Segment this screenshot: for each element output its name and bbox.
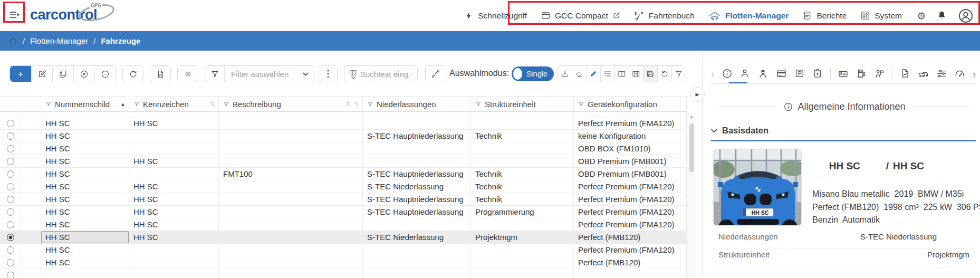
table-row[interactable]: HH SC Perfect (FMB120): [0, 256, 687, 269]
row-radio[interactable]: [0, 218, 21, 231]
breadcrumb-flotten-manager[interactable]: Flotten-Manager: [30, 36, 88, 45]
table-row-selected[interactable]: HH SC HH SC S-TEC Niederlassung Projektm…: [0, 231, 687, 244]
funnel-icon[interactable]: [133, 101, 140, 107]
search-icon[interactable]: [411, 70, 412, 78]
column-header-kennzeichen[interactable]: Kennzeichen ⇅: [129, 97, 219, 111]
tab-payment-card[interactable]: [776, 67, 787, 80]
column-filter-button[interactable]: [671, 66, 686, 82]
cancel-button[interactable]: [73, 66, 94, 82]
row-radio-selected[interactable]: [0, 231, 21, 243]
table-row[interactable]: HH SC S-TEC Hauptniederlassung Technik k…: [0, 130, 687, 142]
table-row[interactable]: HH SC OBD BOX (FM1010): [0, 142, 687, 155]
column-header-struktureinheit[interactable]: Struktureinheit: [471, 97, 574, 111]
tab-parking[interactable]: [794, 67, 805, 80]
cell-nummernschild[interactable]: HH SC: [41, 218, 129, 231]
route-button[interactable]: [426, 66, 446, 82]
tab-info[interactable]: [721, 67, 732, 80]
cell-nummernschild[interactable]: HH SC: [41, 244, 129, 256]
tab-report[interactable]: [899, 67, 910, 80]
column-header-niederlassungen[interactable]: Niederlassungen: [363, 97, 471, 111]
vehicle-photo[interactable]: HH SC: [713, 149, 802, 226]
cell-nummernschild[interactable]: HH SC: [41, 193, 129, 205]
user-avatar-icon[interactable]: [958, 8, 974, 24]
column-header-beschreibung[interactable]: Beschreibung ⇅ ✎: [219, 97, 363, 111]
selection-mode-toggle[interactable]: Single: [512, 66, 554, 81]
filter-button[interactable]: [205, 66, 224, 82]
cell-nummernschild[interactable]: HH SC: [41, 180, 129, 193]
home-icon[interactable]: [8, 36, 17, 45]
row-radio[interactable]: [0, 142, 21, 155]
cell-nummernschild[interactable]: HH SC: [41, 155, 129, 167]
column-header-nummernschild[interactable]: Nummernschild ▲: [41, 97, 129, 111]
cell-nummernschild[interactable]: HH SC: [41, 256, 129, 269]
tab-vehicles[interactable]: [918, 67, 929, 80]
tabs-scroll-left-icon[interactable]: ‹: [711, 69, 714, 79]
table-row[interactable]: HH SC HH SC S-TEC Hauptniederlassung Pro…: [0, 206, 687, 218]
tab-driver[interactable]: [757, 67, 768, 80]
two-columns-button[interactable]: [614, 66, 629, 82]
row-radio[interactable]: [0, 193, 21, 205]
row-radio[interactable]: [0, 180, 21, 193]
funnel-icon[interactable]: [45, 101, 52, 107]
save-button[interactable]: [643, 66, 657, 82]
tab-settings[interactable]: [936, 67, 947, 80]
deactivate-button[interactable]: [94, 66, 116, 82]
row-radio[interactable]: [0, 130, 21, 142]
cell-nummernschild[interactable]: HH SC: [41, 117, 129, 129]
edit-column-icon[interactable]: ✎: [354, 100, 359, 108]
tab-assignment[interactable]: [874, 67, 885, 80]
scroll-up-arrow[interactable]: ▴: [687, 112, 696, 121]
tab-fuel[interactable]: [856, 67, 867, 80]
funnel-icon[interactable]: [578, 101, 584, 107]
nav-berichte[interactable]: Berichte: [802, 11, 847, 21]
tabs-scroll-right-icon[interactable]: ›: [973, 69, 976, 79]
cell-nummernschild[interactable]: HH SC: [41, 130, 129, 142]
document-button[interactable]: [150, 66, 170, 82]
copy-button[interactable]: [52, 66, 73, 82]
tab-costs[interactable]: $: [838, 67, 849, 80]
undo-button[interactable]: [657, 66, 671, 82]
vertical-scrollbar[interactable]: ▴: [687, 112, 696, 278]
table-row[interactable]: HH SC Perfect Premium (FMA120): [0, 244, 687, 256]
row-radio[interactable]: [0, 168, 21, 180]
list-view-button[interactable]: [600, 66, 614, 82]
table-row[interactable]: HH SC HH SC Perfect Premium (FMA120): [0, 117, 687, 130]
search-column-selector[interactable]: [350, 69, 357, 79]
grid-settings-button[interactable]: [178, 66, 198, 82]
row-radio[interactable]: [0, 244, 21, 256]
tab-telemetry[interactable]: [954, 67, 965, 80]
cell-nummernschild[interactable]: HH SC: [41, 206, 129, 218]
sort-asc-icon[interactable]: ▲: [120, 101, 126, 107]
nav-flotten-manager[interactable]: Flotten-Manager: [708, 11, 789, 21]
funnel-icon[interactable]: [367, 101, 373, 107]
column-header-t[interactable]: T: [680, 97, 687, 111]
sort-icon[interactable]: ⇅: [345, 100, 351, 108]
nav-gcc-compact[interactable]: GCC Compact: [541, 11, 620, 21]
bell-icon[interactable]: [936, 10, 947, 21]
table-row-partial[interactable]: [0, 112, 687, 117]
basisdaten-section-header[interactable]: Basisdaten: [711, 126, 768, 136]
row-radio[interactable]: [0, 256, 21, 269]
row-radio[interactable]: [0, 155, 21, 167]
refresh-button[interactable]: [123, 66, 143, 82]
filter-select[interactable]: Filter auswählen: [224, 66, 314, 82]
menu-toggle-button[interactable]: [7, 7, 23, 23]
table-row[interactable]: HH SC HH SC S-TEC Niederlassung Technik …: [0, 180, 687, 193]
row-radio[interactable]: [0, 206, 21, 218]
search-input[interactable]: [360, 70, 411, 79]
add-button[interactable]: +: [10, 66, 31, 82]
nav-system[interactable]: System: [860, 11, 902, 21]
scrollbar-thumb[interactable]: [689, 123, 694, 172]
cell-nummernschild-focused[interactable]: HH SC: [41, 231, 129, 243]
table-row-partial[interactable]: [0, 269, 687, 278]
tab-equipment[interactable]: [812, 67, 823, 80]
nav-schnellzugriff[interactable]: Schnellzugriff: [464, 11, 527, 21]
sort-icon[interactable]: ⇅: [210, 100, 215, 108]
export-button[interactable]: [558, 66, 572, 82]
table-row[interactable]: HH SC HH SC S-TEC Hauptniederlassung Tec…: [0, 193, 687, 206]
tab-person[interactable]: [739, 67, 751, 80]
nav-fahrtenbuch[interactable]: € Fahrtenbuch: [634, 11, 695, 21]
row-radio[interactable]: [0, 117, 21, 129]
funnel-icon[interactable]: [475, 101, 482, 107]
clear-filter-button[interactable]: [572, 66, 586, 82]
